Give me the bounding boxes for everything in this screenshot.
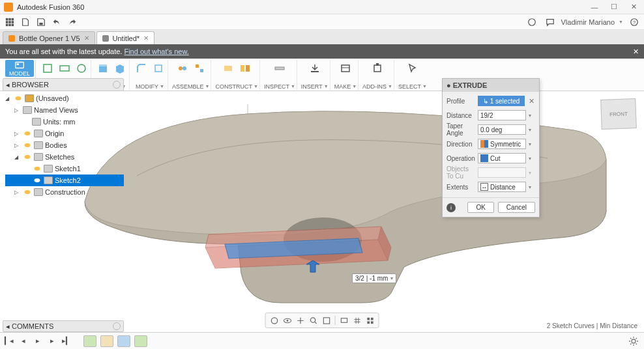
grid-icon[interactable] — [3, 16, 17, 29]
file-icon[interactable] — [18, 16, 33, 29]
taper-input[interactable]: 0.0 deg — [478, 124, 526, 135]
chevron-down-icon[interactable]: ▾ — [529, 156, 535, 161]
fit-icon[interactable] — [321, 314, 332, 326]
operation-select[interactable]: Cut — [478, 153, 526, 163]
notes-icon[interactable] — [525, 16, 539, 29]
press-pull-icon[interactable] — [151, 60, 166, 77]
pan-icon[interactable] — [295, 314, 306, 326]
sketch-line-icon[interactable] — [40, 60, 55, 77]
group-label-construct[interactable]: CONSTRUCT▼ — [215, 83, 257, 90]
view-cube[interactable]: FRONT — [600, 98, 637, 130]
addins-icon[interactable] — [370, 60, 385, 77]
svg-point-21 — [179, 66, 183, 70]
timeline-start-icon[interactable]: ▎◂ — [4, 336, 14, 346]
minimize-button[interactable]: — — [588, 3, 601, 11]
svg-point-51 — [632, 339, 636, 343]
dimension-input[interactable]: 3/2 | -1 mm▾ — [352, 273, 396, 283]
timeline-feature[interactable] — [100, 335, 113, 347]
tree-construction[interactable]: ▷Construction — [5, 186, 124, 198]
chevron-down-icon[interactable]: ▾ — [529, 113, 535, 119]
svg-point-22 — [183, 66, 186, 70]
banner-link[interactable]: Find out what's new. — [124, 48, 188, 55]
tree-sketch1[interactable]: Sketch1 — [5, 163, 124, 174]
close-icon[interactable]: ✕ — [143, 35, 149, 42]
pin-icon[interactable] — [113, 322, 121, 330]
plane-icon[interactable] — [220, 60, 236, 77]
orbit-icon[interactable] — [269, 314, 280, 326]
zoom-icon[interactable] — [308, 314, 319, 326]
group-label-inspect[interactable]: INSPECT▼ — [264, 83, 295, 90]
maximize-button[interactable]: ☐ — [607, 3, 621, 11]
ok-button[interactable]: OK — [467, 202, 493, 213]
save-icon[interactable] — [34, 16, 48, 29]
profile-selector[interactable]: ↳ 1 selected — [478, 96, 525, 106]
quick-access-bar: Vladimir Mariano ▼ ? — [0, 14, 644, 30]
sketch-circle-icon[interactable] — [74, 60, 89, 77]
timeline-feature[interactable] — [134, 335, 147, 347]
browser-header[interactable]: ◂ BROWSER — [3, 78, 124, 91]
user-menu[interactable]: Vladimir Mariano — [561, 18, 615, 26]
fillet-icon[interactable] — [134, 60, 149, 77]
chevron-down-icon[interactable]: ▼ — [619, 20, 623, 24]
chevron-down-icon[interactable]: ▾ — [529, 127, 535, 133]
box-icon[interactable] — [112, 60, 128, 77]
tab-file-2[interactable]: Untitled* ✕ — [96, 31, 155, 44]
tree-sketch2[interactable]: Sketch2 — [5, 174, 124, 186]
select-icon[interactable] — [405, 60, 420, 77]
redo-icon[interactable] — [65, 16, 80, 29]
tab-file-1[interactable]: Bottle Opener 1 V5 ✕ — [3, 31, 95, 44]
extents-select[interactable]: ↔Distance — [478, 182, 526, 192]
settings-icon[interactable] — [628, 336, 639, 346]
tree-units[interactable]: Units: mm — [5, 116, 124, 128]
tree-bodies[interactable]: ▷Bodies — [5, 139, 124, 151]
tree-root[interactable]: ◢(Unsaved) — [5, 92, 124, 104]
distance-label: Distance — [446, 112, 475, 119]
group-label-modify[interactable]: MODIFY▼ — [136, 83, 164, 90]
timeline-end-icon[interactable]: ▸▎ — [61, 336, 72, 346]
tree-sketches[interactable]: ◢Sketches — [5, 151, 124, 163]
dialog-title[interactable]: ● EXTRUDE — [443, 79, 539, 92]
cancel-button[interactable]: Cancel — [498, 202, 535, 213]
sketch-rect-icon[interactable] — [57, 60, 72, 77]
timeline-next-icon[interactable]: ▸ — [47, 336, 57, 346]
look-icon[interactable] — [282, 314, 293, 326]
chevron-down-icon[interactable]: ▾ — [529, 184, 535, 190]
extrude-dialog[interactable]: ● EXTRUDE Profile ↳ 1 selected ✕ Distanc… — [442, 78, 540, 217]
axis-icon[interactable] — [237, 60, 253, 77]
extrude-icon[interactable] — [95, 60, 111, 77]
group-label-addins[interactable]: ADD-INS▼ — [362, 83, 392, 90]
grid-toggle-icon[interactable] — [351, 314, 363, 326]
insert-icon[interactable] — [307, 60, 323, 77]
timeline-feature[interactable] — [83, 335, 96, 347]
timeline-play-icon[interactable]: ▸ — [33, 336, 43, 346]
clear-selection-icon[interactable]: ✕ — [527, 97, 535, 105]
tree-named-views[interactable]: ▷Named Views — [5, 104, 124, 116]
tree-origin[interactable]: ▷Origin — [5, 128, 124, 139]
group-label-assemble[interactable]: ASSEMBLE▼ — [172, 83, 209, 90]
assemble-icon[interactable] — [192, 60, 207, 77]
group-label-select[interactable]: SELECT▼ — [398, 83, 427, 90]
measure-icon[interactable] — [272, 60, 287, 77]
chevron-down-icon[interactable]: ▾ — [529, 141, 535, 147]
help-icon[interactable]: ? — [627, 16, 641, 29]
viewport-icon[interactable] — [364, 314, 376, 326]
joint-icon[interactable] — [175, 60, 190, 77]
timeline-prev-icon[interactable]: ◂ — [18, 336, 29, 346]
chat-icon[interactable] — [543, 16, 557, 29]
distance-input[interactable]: 19/2 — [478, 110, 526, 120]
comments-panel[interactable]: ◂ COMMENTS — [3, 320, 124, 332]
workspace-switcher[interactable]: MODEL — [5, 60, 34, 77]
timeline-feature[interactable] — [117, 335, 130, 347]
make-icon[interactable] — [338, 60, 353, 77]
close-icon[interactable]: ✕ — [633, 48, 639, 56]
pin-icon[interactable] — [113, 81, 121, 89]
close-button[interactable]: ✕ — [627, 3, 640, 11]
info-icon[interactable]: i — [446, 203, 456, 212]
close-icon[interactable]: ✕ — [84, 35, 89, 42]
undo-icon[interactable] — [50, 16, 64, 29]
group-label-make[interactable]: MAKE▼ — [334, 83, 357, 90]
svg-rect-50 — [370, 321, 373, 324]
direction-select[interactable]: Symmetric — [478, 139, 526, 149]
group-label-insert[interactable]: INSERT▼ — [301, 83, 329, 90]
display-icon[interactable] — [338, 314, 350, 326]
